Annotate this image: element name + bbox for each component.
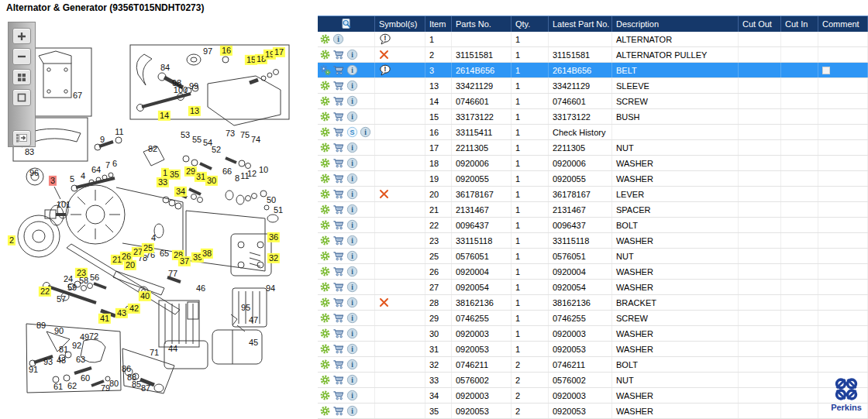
info-icon[interactable]: i [346, 390, 358, 401]
table-row-item-14[interactable]: i14074660110746601SCREW [318, 94, 868, 109]
cart-icon[interactable] [332, 111, 345, 122]
info-icon[interactable]: i [346, 250, 358, 262]
zoom-out-button[interactable] [12, 48, 31, 64]
part-callout-57[interactable]: 57 [55, 294, 67, 304]
table-row-item-35[interactable]: i35092005320920053WASHER [318, 404, 868, 419]
part-callout-99[interactable]: 99 [188, 81, 200, 91]
cart-icon[interactable] [332, 250, 345, 262]
gear-icon[interactable] [319, 157, 331, 169]
info-icon[interactable]: i [360, 126, 371, 138]
info-icon[interactable]: i [346, 328, 358, 339]
info-icon[interactable]: i [346, 405, 358, 417]
part-callout-11[interactable]: 11 [113, 127, 125, 137]
part-callout-33[interactable]: 33 [157, 177, 169, 187]
table-row-item-18[interactable]: i18092000610920006WASHER [318, 156, 868, 171]
part-callout-16[interactable]: 16 [220, 46, 232, 56]
cart-icon[interactable] [332, 142, 345, 153]
part-callout-71[interactable]: 71 [148, 348, 160, 358]
part-callout-36[interactable]: 36 [267, 232, 280, 242]
info-icon[interactable]: i [346, 297, 358, 308]
part-callout-59[interactable]: 59 [66, 283, 78, 293]
part-callout-38[interactable]: 38 [201, 249, 213, 259]
cart-icon[interactable] [332, 64, 345, 76]
cart-icon[interactable] [332, 173, 345, 184]
table-row-item-23[interactable]: i2333115118133115118WASHER [318, 233, 868, 249]
gear-icon[interactable] [319, 33, 331, 45]
gear-icon[interactable] [319, 266, 331, 277]
gear-icon[interactable] [319, 188, 331, 200]
column-header-description[interactable]: Description [612, 16, 739, 32]
column-header-qty[interactable]: Qty. [512, 16, 549, 32]
table-row-item-15[interactable]: i1533173122133173122BUSH [318, 109, 868, 125]
part-callout-97[interactable]: 97 [202, 46, 214, 57]
table-row-item-27[interactable]: i27092005410920054WASHER [318, 280, 868, 295]
part-callout-66[interactable]: 66 [221, 167, 233, 177]
info-icon[interactable]: i [346, 64, 358, 76]
table-row-item-28[interactable]: i2838162136138162136BRACKET [318, 295, 868, 311]
info-icon[interactable]: i [346, 312, 358, 324]
table-row-item-17[interactable]: i17221130512211305NUT [318, 140, 868, 156]
info-icon[interactable]: i [346, 266, 358, 277]
table-row-item-21[interactable]: i21213146712131467SPACER [318, 202, 868, 218]
part-callout-90[interactable]: 90 [53, 326, 65, 336]
part-callout-84[interactable]: 84 [159, 63, 171, 73]
gear-icon[interactable] [319, 142, 331, 153]
part-callout-14[interactable]: 14 [158, 111, 170, 121]
cart-icon[interactable] [332, 188, 345, 200]
info-icon[interactable]: i [346, 142, 358, 153]
cart-icon[interactable] [332, 297, 345, 308]
table-row-item-32[interactable]: i32074621120746211BOLT [318, 357, 868, 373]
info-icon[interactable]: i [346, 281, 358, 293]
gear-icon[interactable] [319, 126, 331, 138]
info-icon[interactable]: i [346, 235, 358, 246]
table-row-item-33[interactable]: i33057600220576002NUT [318, 373, 868, 388]
gear-icon[interactable] [319, 374, 331, 386]
part-callout-100[interactable]: 100 [172, 85, 189, 95]
part-callout-40[interactable]: 40 [139, 291, 151, 301]
substitution-icon[interactable]: S [346, 126, 358, 138]
cart-icon[interactable] [332, 157, 345, 169]
gear-icon[interactable] [319, 173, 331, 184]
gear-icon[interactable] [319, 359, 331, 370]
fit-window-button[interactable] [12, 89, 31, 105]
gear-icon[interactable] [319, 405, 331, 417]
part-callout-6[interactable]: 6 [111, 159, 119, 169]
part-callout-45[interactable]: 45 [247, 338, 260, 348]
info-icon[interactable]: i [332, 33, 344, 45]
info-icon[interactable]: i [346, 111, 358, 122]
cart-icon[interactable] [332, 204, 345, 215]
part-callout-81[interactable]: 81 [57, 345, 70, 355]
part-callout-35[interactable]: 35 [168, 170, 181, 180]
part-callout-4[interactable]: 4 [79, 171, 87, 181]
part-callout-46[interactable]: 46 [195, 283, 207, 294]
part-callout-92[interactable]: 92 [71, 341, 83, 351]
column-header-cut-out[interactable]: Cut Out [739, 16, 781, 32]
part-callout-10[interactable]: 10 [257, 165, 270, 175]
zoom-in-button[interactable] [12, 28, 31, 44]
gear-icon[interactable] [319, 390, 331, 401]
gear-icon[interactable] [319, 204, 331, 215]
cart-icon[interactable] [332, 126, 345, 138]
part-callout-9[interactable]: 9 [98, 135, 106, 145]
gear-icon[interactable] [319, 343, 331, 355]
part-callout-73[interactable]: 73 [224, 129, 236, 139]
part-callout-56[interactable]: 56 [88, 273, 101, 283]
part-callout-60[interactable]: 60 [79, 373, 91, 383]
info-icon[interactable]: i [346, 219, 358, 231]
info-icon[interactable]: i [346, 173, 358, 184]
info-icon[interactable]: i [346, 374, 358, 386]
table-row-item-19[interactable]: i19092005510920055WASHER [318, 171, 868, 187]
gear-icon[interactable] [319, 297, 331, 308]
part-callout-65[interactable]: 65 [158, 249, 170, 259]
part-callout-91[interactable]: 91 [27, 365, 40, 375]
column-header-item[interactable]: Item [425, 16, 452, 32]
cart-icon[interactable] [332, 95, 345, 107]
gear-icon[interactable] [319, 312, 331, 324]
part-callout-83[interactable]: 83 [23, 147, 36, 157]
info-icon[interactable]: i [346, 343, 358, 355]
part-callout-48[interactable]: 48 [55, 355, 67, 366]
part-callout-96[interactable]: 96 [28, 168, 40, 178]
part-callout-13[interactable]: 13 [188, 106, 201, 116]
table-row-item-25[interactable]: i25057605110576051NUT [318, 249, 868, 264]
gear-icon[interactable] [319, 235, 331, 246]
